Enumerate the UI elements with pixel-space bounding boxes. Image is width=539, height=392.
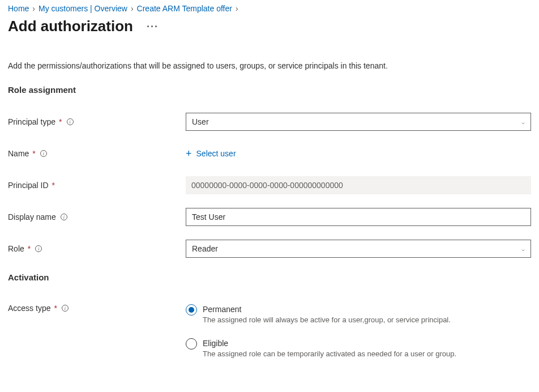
chevron-down-icon: ⌵ — [521, 119, 525, 125]
breadcrumb: Home › My customers | Overview › Create … — [8, 0, 531, 14]
required-indicator: * — [28, 244, 31, 253]
label-access-type: Access type — [8, 304, 50, 313]
plus-icon: + — [186, 148, 192, 159]
required-indicator: * — [59, 117, 62, 126]
radio-eligible[interactable] — [186, 338, 197, 350]
section-activation: Activation — [8, 272, 531, 282]
access-type-permanent-option[interactable]: Permanent The assigned role will always … — [186, 304, 531, 325]
row-display-name: Display name i — [8, 206, 531, 228]
row-principal-id: Principal ID * 00000000-0000-0000-0000-0… — [8, 174, 531, 197]
label-name: Name — [8, 149, 29, 158]
info-icon[interactable]: i — [67, 118, 74, 125]
required-indicator: * — [54, 304, 57, 313]
more-actions-button[interactable]: ··· — [147, 22, 159, 32]
page-title: Add authorization ··· — [8, 18, 531, 35]
principal-id-placeholder: 00000000-0000-0000-0000-000000000000 — [191, 181, 343, 190]
page-title-text: Add authorization — [8, 18, 133, 35]
radio-eligible-title: Eligible — [203, 338, 456, 349]
radio-permanent-title: Permanent — [203, 304, 451, 315]
page-intro: Add the permissions/authorizations that … — [8, 61, 531, 70]
chevron-right-icon: › — [32, 4, 35, 13]
role-select[interactable]: Reader ⌵ — [186, 240, 531, 258]
row-name: Name * i + Select user — [8, 142, 531, 165]
radio-eligible-desc: The assigned role can be temporarily act… — [203, 349, 456, 359]
row-role: Role * i Reader ⌵ — [8, 237, 531, 260]
info-icon[interactable]: i — [40, 150, 47, 157]
row-access-type: Access type * i Permanent The assigned r… — [8, 298, 531, 372]
info-icon[interactable]: i — [62, 305, 69, 312]
display-name-input[interactable] — [186, 208, 531, 226]
breadcrumb-create-offer[interactable]: Create ARM Template offer — [137, 4, 232, 13]
section-role-assignment: Role assignment — [8, 85, 531, 95]
required-indicator: * — [32, 149, 35, 158]
info-icon[interactable]: i — [61, 214, 67, 220]
radio-permanent[interactable] — [186, 304, 197, 316]
label-role: Role — [8, 244, 24, 253]
chevron-down-icon: ⌵ — [521, 246, 525, 252]
row-principal-type: Principal type * i User ⌵ — [8, 110, 531, 133]
breadcrumb-home[interactable]: Home — [8, 4, 29, 13]
label-principal-id: Principal ID — [8, 181, 49, 190]
radio-permanent-desc: The assigned role will always be active … — [203, 315, 451, 325]
select-user-label: Select user — [196, 149, 236, 158]
breadcrumb-customers[interactable]: My customers | Overview — [38, 4, 127, 13]
role-value: Reader — [192, 244, 218, 253]
info-icon[interactable]: i — [35, 245, 42, 252]
principal-id-field: 00000000-0000-0000-0000-000000000000 — [186, 176, 531, 194]
required-indicator: * — [52, 181, 55, 190]
chevron-right-icon: › — [236, 4, 238, 13]
chevron-right-icon: › — [131, 4, 134, 13]
label-principal-type: Principal type — [8, 117, 55, 126]
principal-type-select[interactable]: User ⌵ — [186, 113, 531, 131]
select-user-button[interactable]: + Select user — [186, 148, 236, 159]
label-display-name: Display name — [8, 212, 56, 221]
access-type-eligible-option[interactable]: Eligible The assigned role can be tempor… — [186, 338, 531, 359]
principal-type-value: User — [192, 117, 209, 126]
